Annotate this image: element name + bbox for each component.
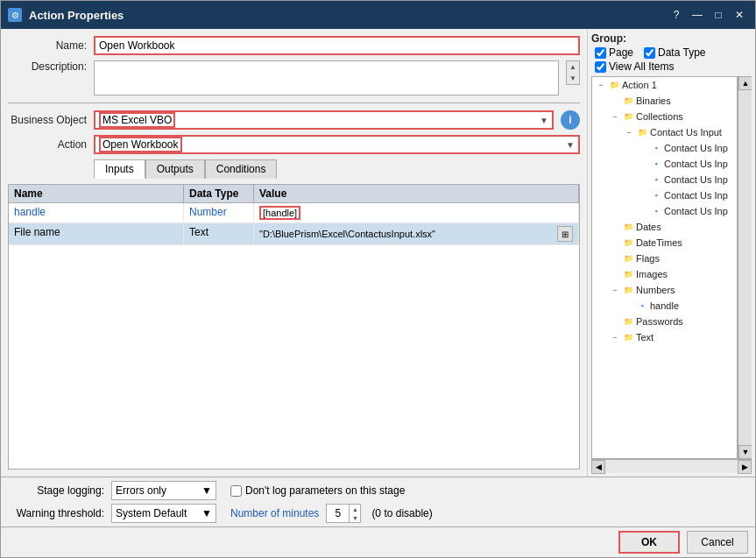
expander-binaries: − [608, 94, 622, 108]
business-object-arrow: ▼ [540, 116, 548, 125]
page-check-item: Page [595, 46, 633, 59]
cell-value-handle[interactable]: [handle] [254, 203, 579, 222]
scroll-up[interactable]: ▲ [738, 76, 752, 90]
cell-name-filename[interactable]: File name [9, 223, 184, 244]
folder-icon: 📁 [608, 79, 620, 91]
action-buttons: OK Cancel [1, 526, 755, 557]
warning-threshold-combo[interactable]: System Default ▼ [111, 504, 216, 523]
tree-item-flags[interactable]: − 📁 Flags [592, 251, 737, 266]
datatype-checkbox[interactable] [644, 47, 655, 59]
minutes-input[interactable] [327, 505, 349, 522]
name-label: Name: [8, 39, 87, 52]
action-combo[interactable]: Open Workbook ▼ [94, 135, 580, 154]
tab-outputs[interactable]: Outputs [145, 159, 205, 179]
label-action1: Action 1 [622, 80, 657, 90]
cell-datatype-filename: Text [184, 223, 254, 244]
minimize-button[interactable]: — [689, 6, 706, 24]
maximize-button[interactable]: □ [710, 6, 727, 24]
tree-item-numbers[interactable]: − 📁 Numbers [592, 282, 737, 298]
page-checkbox[interactable] [595, 47, 606, 59]
warning-threshold-value: System Default [116, 507, 187, 519]
tree-item-text[interactable]: − 📁 Text [592, 329, 737, 345]
tree-section: − 📁 Action 1 − 📁 Binaries − 📁 Colle [591, 76, 752, 459]
window-title: Action Properties [29, 9, 668, 22]
warning-threshold-row: Warning threshold: System Default ▼ Numb… [8, 504, 748, 523]
parameters-table: Name Data Type Value handle Number [hand… [8, 184, 580, 470]
view-all-checkbox[interactable] [595, 61, 606, 73]
expander-handle: − [622, 299, 636, 313]
h-scroll-track [605, 460, 738, 473]
tab-conditions[interactable]: Conditions [205, 159, 278, 179]
scroll-down[interactable]: ▼ [738, 445, 752, 459]
name-row: Name: [8, 36, 580, 55]
stage-logging-combo[interactable]: Errors only ▼ [111, 481, 216, 500]
group-label: Group: [591, 32, 752, 45]
info-button[interactable]: i [561, 110, 580, 130]
tree-item-datetimes[interactable]: − 📁 DateTimes [592, 235, 737, 251]
folder-icon-collections: 📁 [622, 110, 634, 123]
cell-name-handle[interactable]: handle [9, 203, 184, 222]
expander-contactus: − [622, 125, 636, 139]
cell-value-filename[interactable]: "D:\BluePrism\Excel\ContactusInput.xlsx"… [254, 223, 579, 244]
tab-inputs[interactable]: Inputs [94, 159, 145, 179]
right-panel: Group: Page Data Type View All Items [587, 29, 755, 477]
tree-scrollbar-horizontal: ◀ ▶ [591, 459, 752, 473]
dont-log-checkbox[interactable] [230, 485, 242, 497]
description-label: Description: [8, 60, 87, 73]
bottom-bar: Stage logging: Errors only ▼ Don't log p… [1, 477, 755, 526]
handle-value: [handle] [259, 206, 300, 220]
expander-numbers: − [608, 283, 622, 297]
tree-item-handle[interactable]: − ▪ handle [592, 298, 737, 314]
tree-item-cui1[interactable]: − ▪ Contact Us Inp [592, 140, 737, 156]
tree-item-action1[interactable]: − 📁 Action 1 [592, 77, 737, 93]
description-row: Description: ▲ ▼ [8, 60, 580, 95]
scroll-up-arrow[interactable]: ▲ [568, 61, 578, 73]
folder-plain-icon: 📁 [622, 95, 634, 107]
folder-icon-dates: 📁 [622, 221, 634, 233]
tree-item-images[interactable]: − 📁 Images [592, 266, 737, 282]
business-object-value: MS Excel VBO [99, 112, 175, 128]
tree-view: − 📁 Action 1 − 📁 Binaries − 📁 Colle [591, 76, 738, 459]
browse-button[interactable]: ⊞ [557, 226, 573, 242]
item-icon-cui2: ▪ [650, 158, 662, 170]
tree-item-collections[interactable]: − 📁 Collections [592, 109, 737, 124]
spin-arrows: ▲ ▼ [349, 505, 360, 522]
tree-item-binaries[interactable]: − 📁 Binaries [592, 93, 737, 109]
expander-flags: − [608, 251, 622, 265]
action-arrow: ▼ [566, 140, 575, 150]
spin-up[interactable]: ▲ [350, 505, 360, 513]
handle-link[interactable]: handle [14, 206, 46, 218]
item-icon-handle: ▪ [636, 300, 648, 312]
label-contactus: Contact Us Input [650, 127, 722, 138]
help-button[interactable]: ? [668, 6, 685, 24]
main-content: Name: Description: ▲ ▼ Business Object M… [1, 29, 755, 477]
view-all-row: View All Items [595, 60, 752, 73]
label-collections: Collections [636, 111, 683, 122]
description-input[interactable] [94, 60, 559, 95]
tree-item-dates[interactable]: − 📁 Dates [592, 219, 737, 235]
business-object-combo[interactable]: MS Excel VBO ▼ [94, 110, 554, 130]
scroll-right[interactable]: ▶ [738, 460, 752, 474]
name-input[interactable] [94, 36, 580, 55]
tree-item-cui2[interactable]: − ▪ Contact Us Inp [592, 156, 737, 172]
scroll-left[interactable]: ◀ [591, 460, 605, 474]
ok-button[interactable]: OK [618, 531, 680, 554]
page-label: Page [609, 46, 633, 59]
label-images: Images [636, 269, 668, 279]
label-numbers: Numbers [636, 285, 675, 295]
expander-cui2: − [636, 157, 650, 171]
tree-item-cui3[interactable]: − ▪ Contact Us Inp [592, 172, 737, 187]
tree-item-contactus[interactable]: − 📁 Contact Us Input [592, 124, 737, 140]
tree-item-passwords[interactable]: − 📁 Passwords [592, 314, 737, 329]
table-row: File name Text "D:\BluePrism\Excel\Conta… [9, 223, 579, 245]
tree-item-cui5[interactable]: − ▪ Contact Us Inp [592, 203, 737, 219]
item-icon-cui3: ▪ [650, 173, 662, 186]
tree-item-cui4[interactable]: − ▪ Contact Us Inp [592, 187, 737, 203]
spin-down[interactable]: ▼ [350, 513, 360, 522]
col-value: Value [254, 185, 579, 202]
cancel-button[interactable]: Cancel [687, 531, 748, 554]
close-button[interactable]: ✕ [731, 6, 748, 24]
folder-icon-flags: 📁 [622, 252, 634, 265]
folder-icon-text: 📁 [622, 331, 634, 343]
scroll-down-arrow[interactable]: ▼ [568, 73, 578, 84]
